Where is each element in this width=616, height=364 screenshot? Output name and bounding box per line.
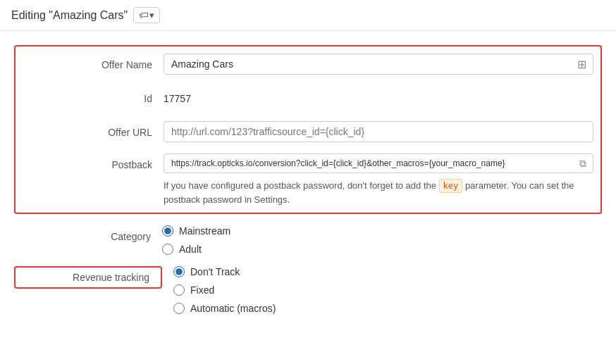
tag-icon: 🏷 xyxy=(139,10,148,20)
offer-url-row: Offer URL xyxy=(16,115,600,148)
offer-name-row: Offer Name ⊞ xyxy=(16,46,600,82)
revenue-dont-track-radio[interactable] xyxy=(173,266,185,277)
category-adult-label: Adult xyxy=(179,244,202,255)
revenue-tracking-radio-group: Don't Track Fixed Automatic (macros) xyxy=(173,266,602,314)
postback-input-col: ⧉ If you have configured a postback pass… xyxy=(164,153,593,207)
id-value: 17757 xyxy=(164,87,593,110)
postback-input[interactable] xyxy=(164,153,593,173)
revenue-fixed-radio[interactable] xyxy=(173,284,185,296)
revenue-tracking-label-wrapper: Revenue tracking xyxy=(14,266,162,289)
revenue-automatic[interactable]: Automatic (macros) xyxy=(173,303,602,314)
postback-note: If you have configured a postback passwo… xyxy=(164,179,593,207)
id-row: Id 17757 xyxy=(16,82,600,115)
offer-url-label: Offer URL xyxy=(16,121,164,138)
category-options: Mainstream Adult xyxy=(162,225,602,255)
postback-note-text: If you have configured a postback passwo… xyxy=(164,180,436,191)
offer-name-edit-icon[interactable]: ⊞ xyxy=(577,58,586,71)
category-mainstream-radio[interactable] xyxy=(162,225,173,237)
category-adult[interactable]: Adult xyxy=(162,244,602,255)
offer-name-label: Offer Name xyxy=(16,54,164,70)
revenue-dont-track-label: Don't Track xyxy=(190,266,240,277)
offer-url-input[interactable] xyxy=(164,121,593,142)
form-container: Offer Name ⊞ Id 17757 Offer URL Post xyxy=(0,31,616,339)
category-label: Category xyxy=(14,225,162,242)
revenue-fixed-label: Fixed xyxy=(190,284,214,296)
offer-name-input-wrapper: ⊞ xyxy=(164,54,593,75)
postback-label: Postback xyxy=(16,153,164,170)
revenue-dont-track[interactable]: Don't Track xyxy=(173,266,602,277)
category-radio-group: Mainstream Adult xyxy=(162,225,602,255)
offer-name-input[interactable] xyxy=(164,54,593,75)
revenue-tracking-label: Revenue tracking xyxy=(73,272,149,283)
category-row: Category Mainstream Adult xyxy=(14,225,602,255)
id-value-col: 17757 xyxy=(164,87,593,110)
postback-row: Postback ⧉ If you have configured a post… xyxy=(16,148,600,213)
copy-icon[interactable]: ⧉ xyxy=(579,158,586,170)
revenue-tracking-row: Revenue tracking Don't Track Fixed Autom… xyxy=(14,266,602,314)
offer-url-input-col xyxy=(164,121,593,142)
offer-name-input-col: ⊞ xyxy=(164,54,593,75)
category-adult-radio[interactable] xyxy=(162,244,173,255)
category-mainstream-label: Mainstream xyxy=(179,225,230,237)
page-title: Editing "Amazing Cars" xyxy=(11,9,128,22)
revenue-automatic-radio[interactable] xyxy=(173,303,185,314)
tag-button[interactable]: 🏷 ▾ xyxy=(133,7,160,23)
key-badge: key xyxy=(439,179,463,193)
postback-input-wrapper: ⧉ xyxy=(164,153,593,173)
revenue-tracking-options: Don't Track Fixed Automatic (macros) xyxy=(173,266,602,314)
category-mainstream[interactable]: Mainstream xyxy=(162,225,602,237)
revenue-fixed[interactable]: Fixed xyxy=(173,284,602,296)
revenue-automatic-label: Automatic (macros) xyxy=(190,303,276,314)
chevron-down-icon: ▾ xyxy=(149,10,154,20)
page-header: Editing "Amazing Cars" 🏷 ▾ xyxy=(0,0,616,31)
id-label: Id xyxy=(16,87,164,104)
